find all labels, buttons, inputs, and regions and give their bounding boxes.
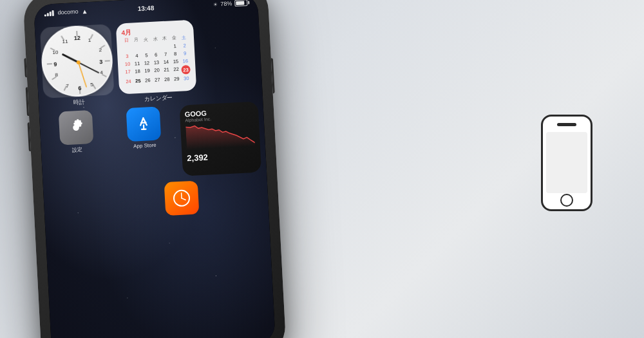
dow-sun: 日 bbox=[122, 37, 131, 44]
cal-empty bbox=[151, 43, 160, 51]
cal-day-13: 13 bbox=[152, 59, 162, 66]
home-content: 12 3 6 9 1 2 4 5 7 8 bbox=[34, 11, 273, 310]
stock-price: 2,392 bbox=[187, 150, 256, 164]
cal-day-29: 29 bbox=[172, 75, 182, 83]
calendar-widget[interactable]: 4月 日 月 火 水 木 金 土 bbox=[116, 20, 197, 95]
cal-day-7: 7 bbox=[161, 50, 171, 58]
phone-illus-speaker bbox=[557, 123, 576, 126]
settings-app-container[interactable]: 設定 bbox=[44, 109, 109, 155]
dow-fri: 金 bbox=[169, 35, 179, 42]
cal-day-20: 20 bbox=[152, 66, 162, 76]
cal-day-12: 12 bbox=[142, 59, 152, 67]
battery-fill bbox=[236, 1, 244, 5]
cal-empty bbox=[122, 45, 131, 53]
dow-mon: 月 bbox=[131, 37, 141, 44]
dow-sat: 土 bbox=[179, 34, 189, 41]
svg-line-24 bbox=[63, 55, 79, 62]
cal-day-22: 22 bbox=[171, 66, 181, 75]
cal-day-8: 8 bbox=[171, 50, 180, 58]
cal-day-19: 19 bbox=[142, 67, 152, 77]
dow-tue: 火 bbox=[141, 36, 151, 43]
appstore-app-icon[interactable] bbox=[126, 106, 162, 142]
cal-day-25: 25 bbox=[133, 77, 143, 85]
svg-text:8: 8 bbox=[55, 72, 58, 78]
status-right: ☀ 78% bbox=[213, 0, 247, 8]
calendar-widget-container[interactable]: 4月 日 月 火 水 木 金 土 bbox=[116, 20, 197, 105]
settings-app-label: 設定 bbox=[72, 146, 83, 154]
svg-text:7: 7 bbox=[66, 83, 69, 89]
appstore-icon-svg bbox=[133, 113, 155, 135]
signal-bar-3 bbox=[50, 12, 52, 16]
cal-empty bbox=[141, 44, 151, 52]
phone-illustration bbox=[535, 115, 599, 224]
cal-day-30: 30 bbox=[182, 75, 191, 82]
settings-app-icon[interactable] bbox=[59, 110, 94, 146]
svg-line-32 bbox=[182, 198, 185, 200]
phone-illus-home-button bbox=[560, 194, 573, 207]
cal-day-21: 21 bbox=[162, 66, 171, 75]
phone-body: docomo ▲ 13:48 ☀ 78% bbox=[23, 0, 287, 338]
clock-app-icon bbox=[171, 188, 192, 209]
cal-day-23-today: 23 bbox=[181, 65, 191, 75]
svg-text:9: 9 bbox=[53, 61, 57, 68]
cal-day-4: 4 bbox=[132, 52, 142, 60]
clock-face: 12 3 6 9 1 2 4 5 7 8 bbox=[40, 24, 115, 99]
phone-screen: docomo ▲ 13:48 ☀ 78% bbox=[33, 0, 276, 338]
svg-text:11: 11 bbox=[62, 39, 68, 44]
apps-row: 設定 App Store bbox=[44, 101, 261, 183]
dow-thu: 木 bbox=[160, 35, 169, 42]
cal-day-9: 9 bbox=[180, 50, 190, 57]
stock-company: Alphabet Inc. bbox=[185, 117, 211, 122]
dow-wed: 水 bbox=[150, 35, 160, 42]
cal-day-26: 26 bbox=[143, 77, 153, 84]
clock-label: 時計 bbox=[73, 99, 86, 108]
cal-empty bbox=[131, 44, 141, 52]
cal-day-17: 17 bbox=[123, 68, 133, 78]
cal-day-6: 6 bbox=[151, 51, 161, 59]
phone-illus-screen bbox=[546, 132, 587, 193]
cal-day-11: 11 bbox=[133, 60, 142, 68]
cal-day-15: 15 bbox=[171, 58, 181, 66]
cal-day-24: 24 bbox=[124, 78, 133, 86]
clock-widget-container[interactable]: 12 3 6 9 1 2 4 5 7 8 bbox=[40, 24, 115, 109]
stock-chart bbox=[185, 120, 255, 150]
battery-icon bbox=[234, 0, 247, 6]
stock-change: -106.47 bbox=[231, 101, 252, 103]
cal-day-1: 1 bbox=[170, 42, 180, 50]
calendar-days: 1 2 3 4 5 6 7 8 9 10 bbox=[122, 42, 191, 85]
appstore-app-label: App Store bbox=[133, 142, 156, 149]
svg-text:10: 10 bbox=[52, 50, 59, 55]
dock-clock-icon[interactable] bbox=[164, 181, 200, 216]
signal-bars bbox=[44, 10, 54, 17]
appstore-app-container[interactable]: App Store bbox=[111, 106, 176, 150]
status-time: 13:48 bbox=[137, 4, 154, 12]
cal-empty bbox=[160, 42, 170, 50]
cal-day-5: 5 bbox=[142, 52, 151, 59]
wifi-icon: ▲ bbox=[81, 8, 88, 15]
clock-ticks: 12 3 6 9 1 2 4 5 7 8 bbox=[41, 25, 115, 99]
signal-bar-2 bbox=[47, 13, 49, 16]
cal-day-14: 14 bbox=[162, 58, 171, 66]
stocks-widget[interactable]: GOOG Alphabet Inc. -106.47 bbox=[179, 101, 261, 176]
cal-day-10: 10 bbox=[123, 61, 133, 68]
signal-bar-4 bbox=[52, 10, 53, 16]
clock-widget[interactable]: 12 3 6 9 1 2 4 5 7 8 bbox=[40, 24, 115, 99]
carrier-label: docomo bbox=[57, 8, 79, 16]
phone-illus-body bbox=[541, 115, 592, 211]
cal-day-27: 27 bbox=[153, 76, 162, 84]
battery-percentage: 78% bbox=[220, 0, 232, 7]
dock-clock-container[interactable] bbox=[100, 177, 263, 219]
svg-text:4: 4 bbox=[100, 70, 103, 75]
status-left: docomo ▲ bbox=[44, 8, 88, 17]
signal-bar-1 bbox=[44, 14, 46, 16]
brightness-icon: ☀ bbox=[213, 1, 218, 7]
svg-text:6: 6 bbox=[78, 85, 82, 91]
widget-row: 12 3 6 9 1 2 4 5 7 8 bbox=[40, 17, 258, 109]
svg-text:5: 5 bbox=[90, 82, 93, 88]
svg-text:12: 12 bbox=[74, 35, 81, 42]
calendar-label: カレンダー bbox=[144, 93, 173, 103]
cal-day-18: 18 bbox=[133, 68, 142, 77]
mute-button bbox=[24, 58, 27, 77]
dock-preview-row bbox=[48, 177, 263, 221]
cal-day-16: 16 bbox=[181, 57, 191, 65]
